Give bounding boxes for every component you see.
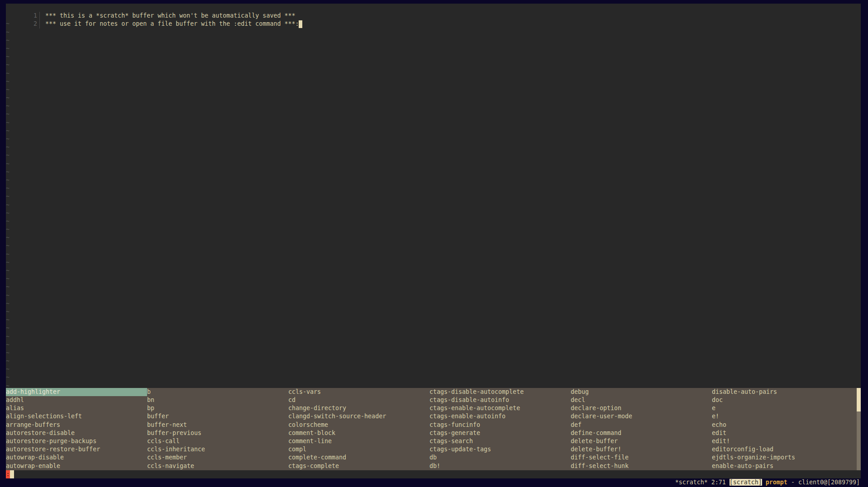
empty-line-tilde: ~ bbox=[6, 78, 861, 86]
menu-item[interactable]: arrange-buffers bbox=[6, 421, 147, 429]
empty-line-tilde: ~ bbox=[6, 300, 861, 308]
menu-item[interactable]: autowrap-enable bbox=[6, 462, 147, 470]
menu-item[interactable]: doc bbox=[712, 396, 853, 404]
menu-item[interactable]: debug bbox=[571, 388, 712, 396]
menu-item[interactable]: autorestore-purge-backups bbox=[6, 437, 147, 445]
menu-item[interactable]: ctags-enable-autoinfo bbox=[429, 412, 571, 421]
menu-item[interactable]: buffer bbox=[147, 412, 288, 421]
menu-item[interactable]: ctags-disable-autocomplete bbox=[429, 388, 571, 396]
command-prompt[interactable]: : bbox=[6, 470, 14, 478]
menu-item[interactable]: define-command bbox=[571, 429, 712, 437]
menu-item[interactable]: db! bbox=[429, 462, 571, 470]
menu-item[interactable]: echo bbox=[712, 421, 853, 429]
menu-item[interactable]: bp bbox=[147, 404, 288, 412]
menu-item[interactable]: ctags-enable-autocomplete bbox=[429, 404, 571, 412]
empty-line-tilde: ~ bbox=[6, 341, 861, 349]
empty-line-tilde: ~ bbox=[6, 102, 861, 110]
menu-item[interactable]: ctags-disable-autoinfo bbox=[429, 396, 571, 404]
menu-column: debugdecldeclare-optiondeclare-user-mode… bbox=[571, 388, 712, 470]
line-number: 2 bbox=[28, 20, 37, 28]
menu-item[interactable]: edit! bbox=[712, 437, 853, 445]
empty-line-tilde: ~ bbox=[6, 267, 861, 275]
menu-item[interactable]: b bbox=[147, 388, 288, 396]
menu-item[interactable]: cd bbox=[288, 396, 429, 404]
menu-item[interactable]: ccls-member bbox=[147, 454, 288, 462]
empty-line-tilde: ~ bbox=[6, 37, 861, 45]
buffer-line-text: *** use it for notes or open a file buff… bbox=[45, 20, 299, 27]
menu-item[interactable]: autorestore-restore-buffer bbox=[6, 445, 147, 454]
menu-item[interactable]: ejdtls-organize-imports bbox=[712, 454, 853, 462]
menu-item[interactable]: buffer-previous bbox=[147, 429, 288, 437]
empty-line-tilde: ~ bbox=[6, 226, 861, 234]
empty-line-tilde: ~ bbox=[6, 283, 861, 291]
empty-line-tilde: ~ bbox=[6, 201, 861, 209]
menu-item[interactable]: ctags-generate bbox=[429, 429, 571, 437]
menu-item[interactable]: declare-option bbox=[571, 404, 712, 412]
menu-item[interactable]: comment-block bbox=[288, 429, 429, 437]
menu-item[interactable]: alias bbox=[6, 404, 147, 412]
menu-item[interactable]: delete-buffer bbox=[571, 437, 712, 445]
line-number: 1 bbox=[28, 12, 37, 20]
menu-item[interactable]: decl bbox=[571, 396, 712, 404]
empty-line-tilde: ~ bbox=[6, 259, 861, 267]
menu-item[interactable]: edit bbox=[712, 429, 853, 437]
menu-item[interactable]: enable-auto-pairs bbox=[712, 462, 853, 470]
menu-item[interactable]: compl bbox=[288, 445, 429, 454]
menu-item[interactable]: clangd-switch-source-header bbox=[288, 412, 429, 421]
menu-item[interactable]: delete-buffer! bbox=[571, 445, 712, 454]
menu-item[interactable]: autowrap-disable bbox=[6, 454, 147, 462]
menu-scrollbar[interactable] bbox=[857, 388, 861, 470]
completion-menu-columns: add-highlighteraddhlaliasalign-selection… bbox=[6, 388, 861, 470]
prompt-colon[interactable]: : bbox=[6, 470, 10, 478]
empty-line-tilde: ~ bbox=[6, 135, 861, 143]
kakoune-terminal: 1*** this is a *scratch* buffer which wo… bbox=[6, 4, 861, 478]
menu-item[interactable]: bn bbox=[147, 396, 288, 404]
menu-item[interactable]: complete-command bbox=[288, 454, 429, 462]
empty-line-tilde: ~ bbox=[6, 86, 861, 94]
menu-item[interactable]: ctags-funcinfo bbox=[429, 421, 571, 429]
empty-line-tilde: ~ bbox=[6, 143, 861, 151]
empty-line-tilde: ~ bbox=[6, 127, 861, 135]
menu-item[interactable]: colorscheme bbox=[288, 421, 429, 429]
menu-item[interactable]: declare-user-mode bbox=[571, 412, 712, 421]
empty-line-tilde: ~ bbox=[6, 94, 861, 102]
menu-item[interactable]: align-selections-left bbox=[6, 412, 147, 421]
menu-item[interactable]: ccls-navigate bbox=[147, 462, 288, 470]
menu-item[interactable]: change-directory bbox=[288, 404, 429, 412]
empty-line-tilde: ~ bbox=[6, 217, 861, 226]
empty-line-tilde: ~ bbox=[6, 316, 861, 324]
menu-item[interactable]: db bbox=[429, 454, 571, 462]
empty-line-tilde: ~ bbox=[6, 160, 861, 168]
empty-line-tilde: ~ bbox=[6, 110, 861, 118]
menu-item[interactable]: ccls-vars bbox=[288, 388, 429, 396]
menu-column: add-highlighteraddhlaliasalign-selection… bbox=[6, 388, 147, 470]
menu-scrollbar-thumb[interactable] bbox=[857, 388, 861, 411]
menu-item[interactable]: addhl bbox=[6, 396, 147, 404]
menu-item[interactable]: diff-select-hunk bbox=[571, 462, 712, 470]
menu-item[interactable]: def bbox=[571, 421, 712, 429]
menu-item[interactable]: diff-select-file bbox=[571, 454, 712, 462]
empty-line-tilde: ~ bbox=[6, 119, 861, 127]
menu-item[interactable]: ctags-update-tags bbox=[429, 445, 571, 454]
menu-item[interactable]: ccls-inheritance bbox=[147, 445, 288, 454]
empty-line-tilde: ~ bbox=[6, 168, 861, 176]
buffer-line-1: 1*** this is a *scratch* buffer which wo… bbox=[6, 4, 861, 12]
empty-line-tilde: ~ bbox=[6, 70, 861, 78]
menu-item[interactable]: ccls-call bbox=[147, 437, 288, 445]
menu-column: disable-auto-pairsdocee!echoeditedit!edi… bbox=[712, 388, 853, 470]
menu-item[interactable]: e! bbox=[712, 412, 853, 421]
empty-line-tilde: ~ bbox=[6, 308, 861, 316]
menu-item[interactable]: editorconfig-load bbox=[712, 445, 853, 454]
menu-item[interactable]: comment-line bbox=[288, 437, 429, 445]
menu-item[interactable]: buffer-next bbox=[147, 421, 288, 429]
status-info: *scratch* 2:71[scratch]prompt- client0@[… bbox=[653, 470, 861, 478]
menu-item-selected[interactable]: add-highlighter bbox=[6, 388, 147, 396]
empty-line-tilde: ~ bbox=[6, 292, 861, 300]
status-line: : *scratch* 2:71[scratch]prompt- client0… bbox=[6, 470, 861, 478]
menu-column: ccls-varscdchange-directoryclangd-switch… bbox=[288, 388, 429, 470]
menu-item[interactable]: e bbox=[712, 404, 853, 412]
menu-item[interactable]: ctags-complete bbox=[288, 462, 429, 470]
menu-item[interactable]: ctags-search bbox=[429, 437, 571, 445]
menu-item[interactable]: disable-auto-pairs bbox=[712, 388, 853, 396]
menu-item[interactable]: autorestore-disable bbox=[6, 429, 147, 437]
